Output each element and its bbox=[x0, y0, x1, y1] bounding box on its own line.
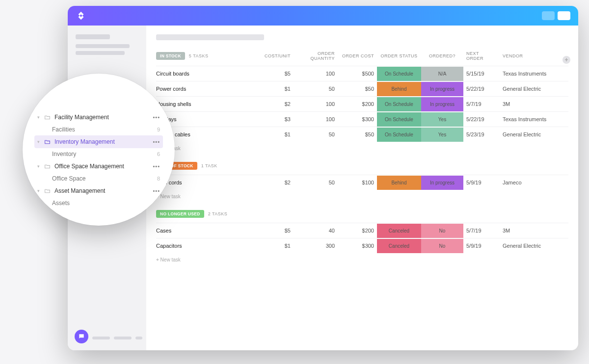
section-header: OUT OF STOCK1 TASK bbox=[156, 160, 568, 175]
toolbar-skeleton bbox=[156, 34, 264, 40]
table-row[interactable]: USB cords$250$100BehindIn progress5/9/19… bbox=[156, 175, 568, 190]
cell-cost: $2 bbox=[259, 175, 294, 190]
table-row[interactable]: Displays$3100$300On ScheduleYes5/22/19Te… bbox=[156, 111, 568, 127]
order-status-chip[interactable]: Canceled bbox=[377, 239, 421, 253]
order-status-chip[interactable]: Behind bbox=[377, 176, 421, 190]
table-row[interactable]: Housing shells$2100$200On ScheduleIn pro… bbox=[156, 96, 568, 111]
cell-vendor: Jameco bbox=[500, 175, 554, 190]
order-status-chip[interactable]: Behind bbox=[377, 82, 421, 96]
list-count: 9 bbox=[157, 127, 160, 132]
cell-next-order: 5/9/19 bbox=[463, 175, 500, 190]
cell-vendor: 3M bbox=[500, 97, 554, 111]
task-count: 5 TASKS bbox=[189, 53, 209, 58]
sidebar-folder[interactable]: ▾Office Space Management••• bbox=[34, 160, 163, 173]
ordered-chip[interactable]: No bbox=[421, 239, 463, 253]
more-icon[interactable]: ••• bbox=[153, 188, 160, 194]
task-name[interactable]: Capacitors bbox=[156, 238, 259, 253]
sidebar-list-item[interactable]: Facilities9 bbox=[34, 124, 163, 135]
table-row[interactable]: Ribbon cables$150$50On ScheduleYes5/23/1… bbox=[156, 127, 568, 142]
cell-order-cost: $500 bbox=[338, 66, 377, 81]
cell-cost: $5 bbox=[259, 66, 294, 81]
window-maximize-button[interactable] bbox=[558, 11, 570, 20]
cell-order-cost: $100 bbox=[338, 175, 377, 190]
task-name[interactable]: USB cords bbox=[156, 175, 259, 190]
more-icon[interactable]: ••• bbox=[153, 139, 160, 145]
cell-order-cost: $50 bbox=[338, 127, 377, 142]
cell-vendor: General Electric bbox=[500, 81, 554, 96]
ordered-chip[interactable]: Yes bbox=[421, 128, 463, 142]
cell-next-order: 5/22/19 bbox=[463, 81, 500, 96]
cell-cost: $1 bbox=[259, 238, 294, 253]
list-count: 6 bbox=[157, 151, 160, 157]
order-status-chip[interactable]: Canceled bbox=[377, 224, 421, 238]
task-name[interactable]: Power cords bbox=[156, 81, 259, 96]
chevron-down-icon: ▾ bbox=[37, 164, 41, 169]
status-pill[interactable]: NO LONGER USED bbox=[156, 210, 204, 218]
new-task-button[interactable]: + New task bbox=[156, 253, 568, 271]
order-status-chip[interactable]: On Schedule bbox=[377, 128, 421, 142]
ordered-chip[interactable]: Yes bbox=[421, 112, 463, 127]
folder-label: Office Space Management bbox=[54, 163, 153, 170]
task-name[interactable]: Circuit boards bbox=[156, 66, 259, 81]
cell-cost: $2 bbox=[259, 97, 294, 111]
order-status-chip[interactable]: On Schedule bbox=[377, 112, 421, 127]
folder-icon bbox=[44, 114, 51, 121]
cell-qty: 300 bbox=[294, 238, 338, 253]
cell-vendor: General Electric bbox=[500, 238, 554, 253]
table-row[interactable]: Capacitors$1300$300CanceledNo5/9/19Gener… bbox=[156, 238, 568, 253]
more-icon[interactable]: ••• bbox=[153, 114, 160, 120]
add-column-button[interactable]: + bbox=[562, 56, 570, 64]
section-header: NO LONGER USED2 TASKS bbox=[156, 208, 568, 223]
task-name[interactable]: Housing shells bbox=[156, 97, 259, 111]
ordered-chip[interactable]: In progress bbox=[421, 97, 463, 111]
list-count: 8 bbox=[157, 176, 160, 182]
sidebar-zoom-overlay: ▾Facility Management•••Facilities9▾Inven… bbox=[23, 74, 175, 226]
folder-label: Facility Management bbox=[54, 114, 153, 121]
chevron-down-icon: ▾ bbox=[37, 115, 41, 120]
more-icon[interactable]: ••• bbox=[153, 163, 160, 169]
new-task-button[interactable]: + New task bbox=[156, 142, 568, 160]
sidebar-folder[interactable]: ▾Facility Management••• bbox=[34, 111, 163, 124]
order-status-chip[interactable]: On Schedule bbox=[377, 67, 421, 81]
sidebar-list-item[interactable]: Assets10 bbox=[34, 197, 163, 209]
sidebar-list-item[interactable]: Office Space8 bbox=[34, 173, 163, 184]
cell-qty: 100 bbox=[294, 97, 338, 111]
sidebar-skeleton bbox=[76, 44, 130, 48]
cell-vendor: 3M bbox=[500, 223, 554, 238]
col-next-order: NEXT ORDER bbox=[463, 49, 500, 66]
cell-order-cost: $200 bbox=[338, 223, 377, 238]
new-task-button[interactable]: + New task bbox=[156, 190, 568, 208]
col-vendor: VENDOR bbox=[500, 52, 554, 63]
sidebar-list-item[interactable]: Inventory6 bbox=[34, 148, 163, 160]
table-row[interactable]: Cases$540$200CanceledNo5/7/193M bbox=[156, 223, 568, 238]
col-cost-unit: COST/UNIT bbox=[259, 52, 294, 63]
col-ordered: ORDERED? bbox=[421, 52, 463, 63]
ordered-chip[interactable]: In progress bbox=[421, 176, 463, 190]
cell-vendor: General Electric bbox=[500, 127, 554, 142]
cell-qty: 40 bbox=[294, 223, 338, 238]
table-row[interactable]: Power cords$150$50BehindIn progress5/22/… bbox=[156, 81, 568, 96]
ordered-chip[interactable]: N/A bbox=[421, 67, 463, 81]
list-label: Assets bbox=[52, 200, 154, 207]
ordered-chip[interactable]: In progress bbox=[421, 82, 463, 96]
task-name[interactable]: Cases bbox=[156, 223, 259, 238]
main-content: + IN STOCK5 TASKSCOST/UNITORDER QUANTITY… bbox=[146, 26, 578, 350]
chat-icon[interactable] bbox=[75, 330, 88, 343]
folder-icon bbox=[44, 188, 51, 194]
chevron-down-icon: ▾ bbox=[37, 188, 41, 193]
sidebar-folder[interactable]: ▾Asset Management••• bbox=[34, 184, 163, 197]
cell-order-cost: $50 bbox=[338, 81, 377, 96]
task-name[interactable]: Displays bbox=[156, 112, 259, 127]
cell-cost: $3 bbox=[259, 112, 294, 127]
cell-next-order: 5/7/19 bbox=[463, 223, 500, 238]
folder-label: Inventory Management bbox=[54, 138, 153, 145]
order-status-chip[interactable]: On Schedule bbox=[377, 97, 421, 111]
cell-order-cost: $300 bbox=[338, 238, 377, 253]
window-minimize-button[interactable] bbox=[542, 11, 555, 20]
ordered-chip[interactable]: No bbox=[421, 224, 463, 238]
sidebar-skeleton bbox=[76, 34, 110, 39]
cell-next-order: 5/22/19 bbox=[463, 112, 500, 127]
table-row[interactable]: Circuit boards$5100$500On ScheduleN/A5/1… bbox=[156, 66, 568, 81]
sidebar-folder[interactable]: ▾Inventory Management••• bbox=[34, 135, 163, 148]
status-pill[interactable]: IN STOCK bbox=[156, 52, 185, 60]
